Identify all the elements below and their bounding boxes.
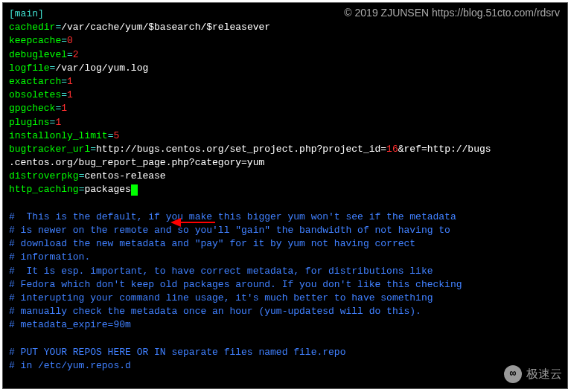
infinity-icon: ∞ xyxy=(504,365,522,383)
config-gpgcheck: gpgcheck=1 xyxy=(9,102,561,115)
comment-3: # download the new metadata and "pay" fo… xyxy=(9,237,561,251)
comment-8: # manually check the metadata once an ho… xyxy=(9,305,561,318)
config-bugtracker-url-cont: .centos.org/bug_report_page.php?category… xyxy=(9,156,561,170)
brand-logo: ∞ 极速云 xyxy=(504,365,562,383)
terminal-window[interactable]: © 2019 ZJUNSEN https://blog.51cto.com/rd… xyxy=(2,2,568,389)
config-installonly-limit: installonly_limit=5 xyxy=(9,129,561,143)
comment-4: # information. xyxy=(9,251,561,264)
comment-7: # interupting your command line usage, i… xyxy=(9,292,561,305)
comment-6: # Fedora which don't keep old packages a… xyxy=(9,278,561,292)
blank-line-2 xyxy=(9,332,561,346)
svg-marker-1 xyxy=(170,218,181,227)
annotation-arrow-icon xyxy=(170,215,215,230)
config-distroverpkg: distroverpkg=centos-release xyxy=(9,170,561,183)
comment-2: # is newer on the remote and so you'll "… xyxy=(9,224,561,237)
comment-10: # PUT YOUR REPOS HERE OR IN separate fil… xyxy=(9,346,561,359)
config-cachedir: cachedir=/var/cache/yum/$basearch/$relea… xyxy=(9,21,561,34)
comment-9: # metadata_expire=90m xyxy=(9,318,561,332)
comment-1: # This is the default, if you make this … xyxy=(9,211,561,224)
config-exactarch: exactarch=1 xyxy=(9,75,561,89)
blank-line xyxy=(9,197,561,211)
config-http-caching: http_caching=packages xyxy=(9,183,561,196)
comment-11: # in /etc/yum.repos.d xyxy=(9,359,561,373)
config-obsoletes: obsoletes=1 xyxy=(9,89,561,102)
config-bugtracker-url: bugtracker_url=http://bugs.centos.org/se… xyxy=(9,143,561,156)
config-logfile: logfile=/var/log/yum.log xyxy=(9,62,561,75)
cursor xyxy=(131,184,138,196)
brand-text: 极速云 xyxy=(526,366,562,382)
watermark: © 2019 ZJUNSEN https://blog.51cto.com/rd… xyxy=(344,6,560,21)
config-keepcache: keepcache=0 xyxy=(9,34,561,48)
config-plugins: plugins=1 xyxy=(9,116,561,129)
config-debuglevel: debuglevel=2 xyxy=(9,48,561,62)
comment-5: # It is esp. important, to have correct … xyxy=(9,265,561,278)
